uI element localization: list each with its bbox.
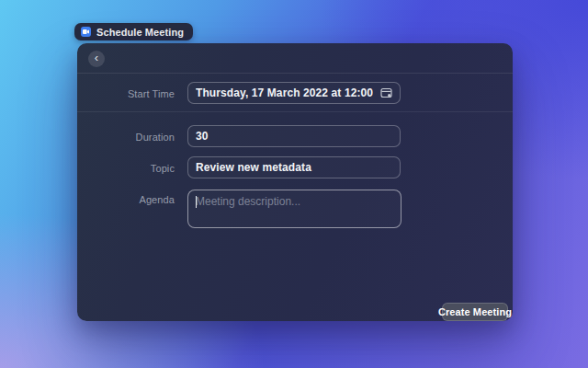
- start-time-datepicker[interactable]: Thursday, 17 March 2022 at 12:00: [187, 82, 401, 104]
- create-meeting-button[interactable]: Create Meeting: [442, 303, 508, 321]
- start-time-row: Start Time Thursday, 17 March 2022 at 12…: [77, 74, 513, 112]
- back-button[interactable]: ‹: [88, 51, 105, 67]
- chevron-left-icon: ‹: [95, 51, 98, 65]
- desktop-background: Schedule Meeting ‹ Start Time Thursday, …: [0, 0, 588, 368]
- command-badge-label: Schedule Meeting: [96, 27, 184, 38]
- text-caret: [196, 196, 197, 208]
- calendar-icon: [380, 87, 392, 98]
- command-badge: Schedule Meeting: [74, 23, 193, 40]
- agenda-textarea[interactable]: [188, 190, 401, 227]
- zoom-camera-icon: [81, 27, 91, 37]
- window-header: ‹: [77, 43, 513, 74]
- topic-input[interactable]: [196, 157, 392, 178]
- duration-label: Duration: [77, 132, 175, 143]
- agenda-field-wrap: [187, 190, 401, 228]
- topic-field-wrap: [187, 156, 401, 178]
- start-time-label: Start Time: [77, 88, 175, 99]
- start-time-value: Thursday, 17 March 2022 at 12:00: [196, 86, 373, 99]
- duration-field-wrap: [187, 125, 401, 147]
- topic-label: Topic: [77, 163, 175, 174]
- schedule-meeting-window: ‹ Start Time Thursday, 17 March 2022 at …: [77, 43, 513, 321]
- agenda-label: Agenda: [77, 194, 175, 205]
- duration-input[interactable]: [196, 126, 392, 146]
